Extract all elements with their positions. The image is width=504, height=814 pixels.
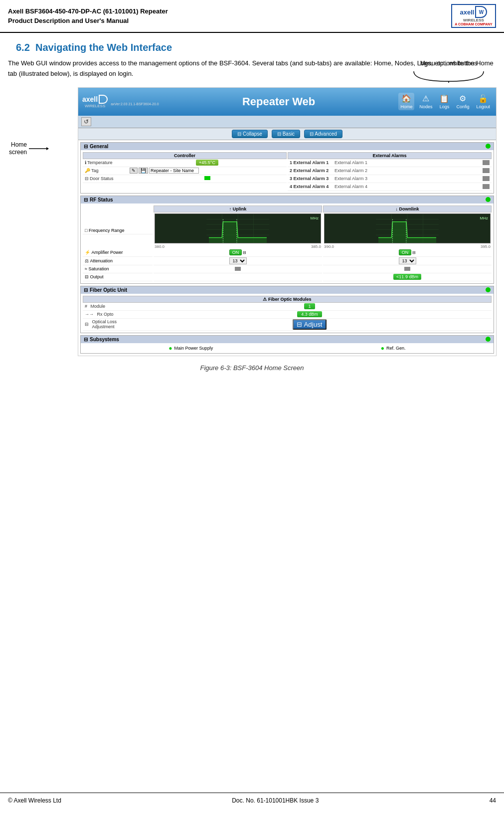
- downlink-chart: MHz: [324, 213, 491, 243]
- controller-section: Controller ℹ Temperature +45.5°C: [83, 152, 287, 191]
- output-uplink-value: [154, 273, 322, 281]
- module-label: # Module: [85, 304, 130, 309]
- alarm-1-status: [483, 160, 490, 165]
- gui-screenshot: axell WIRELESS axVer:2.03 21.1-BSF3604-2…: [78, 87, 497, 356]
- collapse-button[interactable]: ⊟ Collapse: [232, 130, 268, 138]
- atten-uplink-select[interactable]: 131214: [229, 257, 247, 264]
- rx-opto-value: 4.3 dBm: [130, 311, 490, 317]
- menu-annotation-brace: [409, 69, 489, 83]
- tag-input[interactable]: [149, 168, 199, 174]
- subsystems-row: ● Main Power Supply ● Ref. Gen.: [81, 343, 494, 353]
- ref-gen: ● Ref. Gen.: [381, 345, 406, 352]
- uplink-chart: MHz: [155, 213, 321, 243]
- module-value: 1: [130, 303, 490, 309]
- uplink-header: ↑ Uplink: [154, 205, 322, 212]
- adjust-button[interactable]: ⊟ Adjust: [293, 319, 326, 330]
- output-row: ⊟ Output <11.9 dBm: [83, 273, 492, 281]
- rf-content: ↑ Uplink ↓ Downlink □ Frequency Range MH…: [81, 204, 494, 283]
- subsystems-panel: ⊟Subsystems ● Main Power Supply ● Ref. G…: [80, 335, 494, 354]
- subsystems-expand[interactable]: ⊟: [84, 337, 88, 342]
- fiber-optic-panel: ⊟Fiber Optic Unit ⚠ Fiber Optic Modules …: [80, 286, 494, 333]
- figure-caption: Figure 6-3: BSF-3604 Home Screen: [8, 364, 496, 372]
- footer-page-number: 44: [490, 797, 496, 804]
- amp-uplink-value: ON ⊟: [154, 249, 322, 257]
- tag-edit-btn[interactable]: ✎: [130, 168, 138, 174]
- fiber-content: ⚠ Fiber Optic Modules # Module 1: [81, 294, 494, 333]
- refresh-button[interactable]: ↺: [81, 117, 91, 126]
- document-header: Axell BSF3604-450-470-DP-AC (61-101001) …: [0, 0, 504, 33]
- sat-downlink-indicator: [404, 267, 410, 271]
- alarm-4-name: External Alarm 4: [335, 184, 483, 189]
- nav-nodes[interactable]: ⚠ Nodes: [417, 93, 434, 110]
- downlink-chart-col: MHz: [323, 212, 492, 249]
- main-power-dot: ●: [168, 345, 172, 352]
- nav-logs[interactable]: 📋 Logs: [437, 93, 451, 110]
- downlink-header: ↓ Downlink: [323, 205, 492, 212]
- general-panel: ⊟General Controller ℹ Temperature: [80, 142, 494, 194]
- nav-home[interactable]: 🏠 Home: [398, 93, 414, 110]
- output-label: ⊟ Output: [83, 273, 153, 281]
- optical-loss-row: ⊟ Optical Loss Adjustment ⊟ Adjust: [83, 319, 492, 331]
- main-power-supply: ● Main Power Supply: [168, 345, 213, 352]
- attenuation-row: ⚖ Attenuation 131214 131214: [83, 257, 492, 265]
- uplink-mhz-label: MHz: [311, 216, 319, 220]
- alarm-3-label: 3 External Alarm 3: [290, 176, 335, 181]
- alarm-2-row: 2 External Alarm 2 External Alarm 2: [288, 167, 492, 175]
- gui-actions: ⊟ Collapse ⊟ Basic ⊟ Advanced: [78, 128, 496, 140]
- sat-label: ≈ Saturation: [83, 265, 153, 273]
- general-expand[interactable]: ⊟: [84, 144, 88, 149]
- advanced-button[interactable]: ⊟ Advanced: [304, 130, 342, 138]
- tag-save-btn[interactable]: 💾: [139, 168, 148, 174]
- sat-downlink-value: [323, 265, 492, 273]
- section-number-title: 6.2 Navigating the Web Interface: [16, 42, 172, 53]
- alarm-2-status: [483, 168, 490, 173]
- home-screen-label: Home screen: [9, 141, 27, 157]
- general-panel-header: ⊟General: [81, 143, 494, 150]
- nav-config[interactable]: ⚙ Config: [454, 93, 471, 110]
- amp-downlink-value: ON ⊟: [323, 249, 492, 257]
- footer-copyright: © Axell Wireless Ltd: [8, 797, 61, 804]
- frequency-range-row: □ Frequency Range MHz: [83, 212, 492, 249]
- fiber-expand[interactable]: ⊟: [84, 287, 88, 293]
- uplink-freq-labels: 380.0 385.0: [154, 244, 322, 249]
- subsystems-panel-header: ⊟Subsystems: [81, 336, 494, 343]
- temperature-label: ℹ Temperature: [85, 160, 130, 165]
- alarm-2-label: 2 External Alarm 2: [290, 168, 335, 173]
- nav-logout[interactable]: 🔓 Logout: [474, 93, 492, 110]
- amp-label: ⚡ Amplifier Power: [83, 249, 153, 257]
- general-grid: Controller ℹ Temperature +45.5°C: [81, 150, 494, 193]
- tag-controls: ✎ 💾: [130, 168, 285, 174]
- basic-button[interactable]: ⊟ Basic: [272, 130, 300, 138]
- rf-expand[interactable]: ⊟: [84, 197, 88, 203]
- optical-loss-value: ⊟ Adjust: [130, 319, 490, 330]
- downlink-chart-svg: [325, 214, 490, 243]
- tag-label: 🔑 Tag: [85, 168, 130, 173]
- temperature-value: +45.5°C: [130, 160, 285, 165]
- atten-downlink-value: 131214: [323, 257, 492, 265]
- header-title: Axell BSF3604-450-470-DP-AC (61-101001) …: [8, 6, 168, 26]
- fiber-panel-header: ⊟Fiber Optic Unit: [81, 286, 494, 294]
- rf-header-grid: ↑ Uplink ↓ Downlink: [83, 205, 492, 212]
- uplink-chart-svg: [155, 214, 321, 243]
- main-content-area: Menu options buttons Home screen: [0, 87, 504, 356]
- atten-uplink-value: 131214: [154, 257, 322, 265]
- rf-status-panel: ⊟RF Status ↑ Uplink ↓ Downlink □ Fre: [80, 196, 494, 284]
- atten-downlink-select[interactable]: 131214: [399, 257, 416, 264]
- gui-logo: axell WIRELESS axVer:2.03 21.1-BSF3604-2…: [82, 95, 159, 108]
- subsystems-status-dot: [486, 337, 491, 342]
- alarm-1-label: 1 External Alarm 1: [290, 160, 335, 165]
- document-footer: © Axell Wireless Ltd Doc. No. 61-101001H…: [0, 793, 504, 808]
- amplifier-power-row: ⚡ Amplifier Power ON ⊟ ON ⊟: [83, 249, 492, 257]
- menu-options-annotation: Menu options buttons: [409, 60, 489, 84]
- rf-panel-header: ⊟RF Status: [81, 196, 494, 204]
- uplink-chart-col: MHz: [154, 212, 322, 249]
- temperature-row: ℹ Temperature +45.5°C: [83, 159, 287, 167]
- fiber-status-dot: [486, 287, 491, 292]
- axell-logo: axell W WIRELESS A COBHAM COMPANY: [451, 4, 496, 28]
- amp-uplink-on[interactable]: ON: [229, 249, 242, 255]
- amp-downlink-on[interactable]: ON: [399, 249, 412, 255]
- gui-logo-text: axell: [82, 95, 98, 103]
- gui-logo-subtext: WIRELESS: [85, 104, 105, 108]
- alarm-1-name: External Alarm 1: [335, 160, 483, 165]
- section-header: 6.2 Navigating the Web Interface: [8, 42, 496, 53]
